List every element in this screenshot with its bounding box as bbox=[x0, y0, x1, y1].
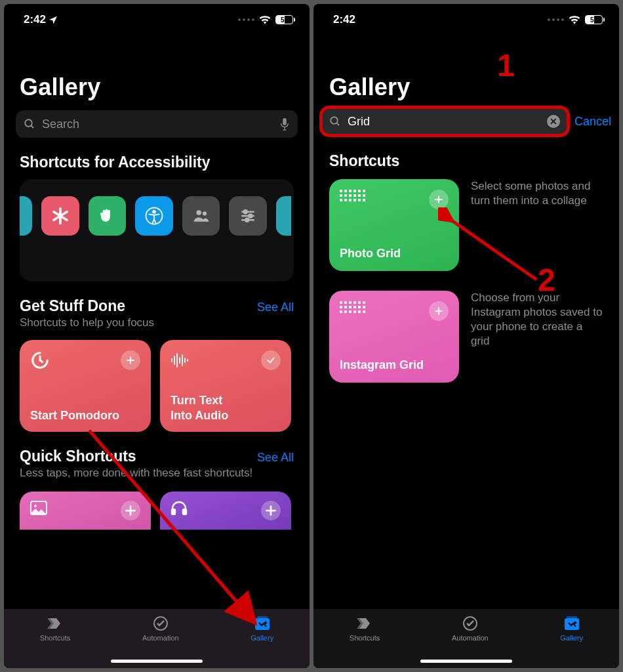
search-icon bbox=[24, 118, 35, 130]
home-indicator[interactable] bbox=[111, 660, 203, 663]
status-time: 2:42 bbox=[333, 13, 355, 26]
svg-line-36 bbox=[336, 123, 339, 125]
add-button[interactable] bbox=[121, 350, 140, 370]
check-button[interactable] bbox=[261, 350, 281, 370]
headphones-icon bbox=[171, 501, 188, 515]
status-bar: 2:42 53 bbox=[313, 4, 619, 35]
svg-point-10 bbox=[244, 210, 247, 213]
tile-partial bbox=[20, 196, 32, 236]
svg-point-12 bbox=[245, 219, 249, 222]
battery-icon: 53 bbox=[275, 15, 295, 24]
page-title: Gallery bbox=[313, 35, 619, 102]
card-pomodoro[interactable]: Start Pomodoro bbox=[20, 340, 151, 432]
svg-rect-26 bbox=[172, 509, 175, 514]
svg-rect-43 bbox=[567, 616, 577, 618]
card-photo-grid-title: Photo Grid bbox=[340, 246, 449, 261]
add-button[interactable] bbox=[121, 501, 140, 520]
svg-point-4 bbox=[153, 211, 155, 213]
svg-rect-32 bbox=[257, 616, 268, 618]
tab-gallery[interactable]: Gallery bbox=[560, 616, 583, 642]
screenshot-right: 2:42 53 Gallery ✕ Cancel Shortcuts Photo… bbox=[313, 4, 619, 668]
status-time: 2:42 bbox=[24, 13, 46, 26]
battery-icon: 53 bbox=[585, 15, 605, 24]
card-tts-title: Turn TextInto Audio bbox=[171, 393, 281, 423]
home-indicator[interactable] bbox=[420, 660, 512, 663]
accessibility-banner[interactable] bbox=[20, 179, 294, 282]
svg-point-6 bbox=[202, 211, 206, 215]
svg-rect-27 bbox=[183, 509, 186, 514]
svg-point-5 bbox=[196, 210, 201, 215]
tile-sliders bbox=[229, 196, 267, 236]
card-tts[interactable]: Turn TextInto Audio bbox=[160, 340, 291, 432]
see-all-link[interactable]: See All bbox=[257, 451, 294, 465]
tile-accessibility bbox=[135, 196, 173, 236]
grid-icon bbox=[340, 190, 365, 201]
clear-icon[interactable]: ✕ bbox=[547, 115, 560, 128]
tab-shortcuts[interactable]: Shortcuts bbox=[40, 616, 70, 642]
section-getstuff-title: Get Stuff Done bbox=[20, 297, 125, 315]
section-quick-title: Quick Shortcuts bbox=[20, 448, 136, 465]
search-input[interactable] bbox=[348, 115, 540, 129]
tile-people bbox=[182, 196, 220, 236]
svg-point-0 bbox=[25, 119, 32, 127]
cellular-dots-icon bbox=[238, 18, 254, 21]
svg-rect-2 bbox=[283, 118, 286, 125]
tile-hand bbox=[89, 196, 127, 236]
search-icon bbox=[329, 116, 341, 127]
add-button[interactable] bbox=[261, 501, 281, 520]
tab-shortcuts[interactable]: Shortcuts bbox=[350, 616, 380, 642]
status-bar: 2:42 53 bbox=[4, 4, 310, 35]
mic-icon[interactable] bbox=[279, 117, 290, 131]
card-instagram-grid[interactable]: Instagram Grid bbox=[329, 291, 459, 383]
page-title: Gallery bbox=[4, 35, 310, 110]
add-button[interactable] bbox=[429, 301, 449, 321]
svg-line-1 bbox=[31, 125, 33, 128]
wifi-icon bbox=[569, 15, 580, 24]
card-pomodoro-title: Start Pomodoro bbox=[30, 408, 140, 423]
section-quick-sub: Less taps, more done with these fast sho… bbox=[20, 467, 294, 480]
qcard-headphones[interactable] bbox=[160, 492, 291, 530]
grid-icon bbox=[340, 301, 365, 313]
waveform-icon bbox=[171, 350, 190, 373]
search-input[interactable] bbox=[42, 117, 273, 131]
card-photo-grid[interactable]: Photo Grid bbox=[329, 179, 459, 271]
timer-icon bbox=[30, 350, 50, 373]
search-field[interactable] bbox=[16, 110, 298, 138]
card-instagram-grid-title: Instagram Grid bbox=[340, 358, 449, 373]
results-title: Shortcuts bbox=[329, 152, 603, 170]
svg-point-35 bbox=[331, 117, 338, 124]
screenshot-left: 2:42 53 Gallery Shortcuts for Accessibil… bbox=[4, 4, 310, 668]
tile-asterisk bbox=[41, 196, 79, 236]
add-button[interactable] bbox=[429, 190, 449, 209]
card-instagram-grid-desc: Choose from your Instagram photos saved … bbox=[471, 291, 603, 383]
location-icon bbox=[49, 15, 58, 24]
section-getstuff-sub: Shortcuts to help you focus bbox=[20, 316, 294, 329]
cellular-dots-icon bbox=[548, 18, 564, 21]
search-field-highlighted[interactable]: ✕ bbox=[321, 108, 568, 135]
see-all-link[interactable]: See All bbox=[257, 301, 294, 314]
card-photo-grid-desc: Select some photos and turn them into a … bbox=[471, 179, 603, 271]
photo-icon bbox=[30, 501, 47, 515]
tab-gallery[interactable]: Gallery bbox=[251, 616, 273, 642]
svg-point-11 bbox=[249, 215, 252, 218]
section-accessibility-title: Shortcuts for Accessibility bbox=[20, 154, 294, 171]
tab-automation[interactable]: Automation bbox=[452, 616, 489, 642]
tile-partial-right bbox=[276, 196, 291, 236]
tab-automation[interactable]: Automation bbox=[142, 616, 179, 642]
svg-point-23 bbox=[34, 505, 37, 507]
qcard-photo[interactable] bbox=[20, 492, 151, 530]
cancel-button[interactable]: Cancel bbox=[574, 115, 611, 129]
wifi-icon bbox=[259, 15, 271, 24]
